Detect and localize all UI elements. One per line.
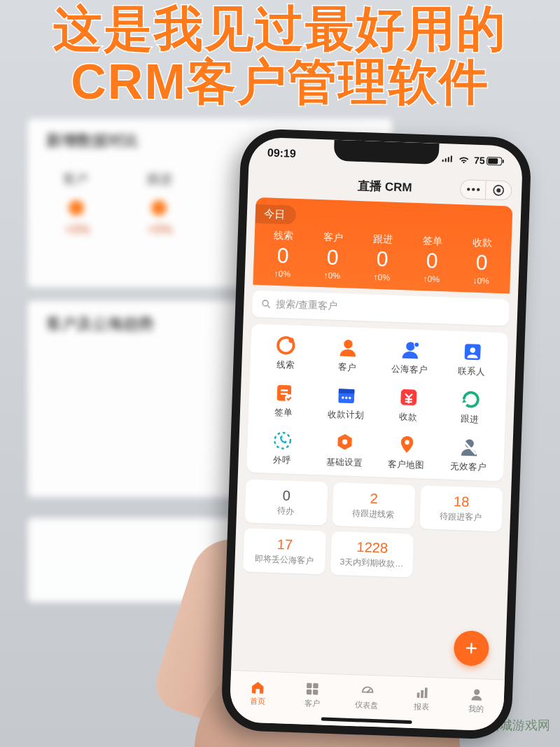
tile-label: 待跟进线索 <box>335 507 412 522</box>
search-icon <box>260 298 272 310</box>
invalid-icon <box>458 436 480 458</box>
stat-0[interactable]: 线索 0 ↑0% <box>258 229 309 279</box>
chart-icon <box>414 685 430 701</box>
feature-leads[interactable]: 线索 <box>254 334 318 372</box>
tile-label: 即将丢公海客户 <box>246 553 323 568</box>
feature-sign[interactable]: 签单 <box>253 382 316 420</box>
ellipsis-icon <box>466 187 480 192</box>
stat-delta: ↑0% <box>357 272 407 283</box>
grid-icon <box>304 681 321 697</box>
summary-tile[interactable]: 17 即将丢公海客户 <box>243 529 326 575</box>
summary-tile[interactable]: 2 待跟进线索 <box>332 482 415 529</box>
svg-rect-35 <box>313 690 318 695</box>
feature-contact[interactable]: 联系人 <box>440 340 504 379</box>
svg-rect-34 <box>307 690 312 695</box>
feature-label: 基础设置 <box>326 456 363 470</box>
stat-value: 0 <box>357 246 407 272</box>
svg-point-13 <box>344 340 353 349</box>
tab-label: 首页 <box>249 696 265 707</box>
stat-label: 跟进 <box>358 232 408 246</box>
stat-2[interactable]: 跟进 0 ↑0% <box>357 232 408 283</box>
summary-tiles-row1: 0 待办2 待跟进线索18 待跟进客户 <box>244 480 503 532</box>
svg-rect-39 <box>421 690 424 698</box>
feature-settings[interactable]: 基础设置 <box>313 431 377 470</box>
feature-label: 线索 <box>276 359 295 372</box>
stat-value: 0 <box>407 248 457 273</box>
tile-value: 0 <box>248 487 325 505</box>
feature-label: 收款 <box>398 411 417 424</box>
tab-dashboard[interactable]: 仪表盘 <box>339 674 395 719</box>
search-placeholder: 搜索/查重客户 <box>276 298 337 313</box>
svg-point-9 <box>262 300 268 306</box>
search-input[interactable]: 搜索/查重客户 <box>252 291 510 326</box>
home-icon <box>250 679 266 695</box>
pool-customer-icon <box>400 339 421 361</box>
summary-tile[interactable]: 1228 3天内到期收款… <box>330 531 414 578</box>
leads-icon <box>275 335 297 356</box>
feature-pool-customer[interactable]: 公海客户 <box>378 338 442 377</box>
feature-customer[interactable]: 客户 <box>316 336 380 375</box>
svg-rect-2 <box>488 158 498 163</box>
svg-rect-3 <box>503 160 504 163</box>
payment-icon <box>398 386 419 408</box>
customer-icon <box>337 337 359 358</box>
tab-user[interactable]: 我的 <box>449 678 505 723</box>
svg-line-10 <box>267 305 270 307</box>
stat-label: 客户 <box>308 230 358 244</box>
signal-icon <box>442 155 454 164</box>
stat-delta: ↑0% <box>307 270 357 281</box>
notch <box>333 140 439 165</box>
stat-1[interactable]: 客户 0 ↑0% <box>307 230 358 281</box>
feature-plan[interactable]: 收款计划 <box>314 384 378 422</box>
more-button[interactable] <box>461 180 486 199</box>
tile-value: 2 <box>335 489 412 508</box>
feature-invalid[interactable]: 无效客户 <box>437 435 500 474</box>
feature-label: 客户地图 <box>388 459 425 472</box>
svg-rect-38 <box>416 692 419 697</box>
tab-label: 仪表盘 <box>355 699 379 711</box>
stat-value: 0 <box>258 243 308 268</box>
feature-grid: 线索 客户 公海客户 联系人 签单 收款计划 收款 跟进 外呼 基础设置 客户地… <box>246 324 508 482</box>
summary-tiles-row2: 17 即将丢公海客户1228 3天内到期收款… <box>243 529 501 581</box>
feature-label: 签单 <box>274 407 293 419</box>
tile-label: 3天内到期收款… <box>333 556 410 571</box>
today-badge[interactable]: 今日 <box>255 204 296 225</box>
summary-tile[interactable]: 18 待跟进客户 <box>419 485 503 531</box>
tab-label: 客户 <box>304 698 321 709</box>
feature-followup[interactable]: 跟进 <box>439 388 503 426</box>
stat-delta: ↑0% <box>258 268 307 279</box>
feature-label: 外呼 <box>273 454 292 467</box>
tile-value: 18 <box>423 492 500 511</box>
tab-grid[interactable]: 客户 <box>284 673 340 718</box>
today-stats-card: 今日 线索 0 ↑0%客户 0 ↑0%跟进 0 ↑0%签单 0 ↑0%收款 0 <box>253 197 512 294</box>
settings-icon <box>334 432 356 454</box>
tile-label: 待跟进客户 <box>423 510 500 524</box>
stat-3[interactable]: 签单 0 ↑0% <box>407 234 458 284</box>
feature-call[interactable]: 外呼 <box>251 429 314 468</box>
summary-tile[interactable]: 0 待办 <box>244 480 328 526</box>
plan-icon <box>336 384 358 406</box>
tab-home[interactable]: 首页 <box>230 671 286 715</box>
user-icon <box>469 687 485 703</box>
add-fab[interactable]: + <box>454 630 490 666</box>
dashboard-icon <box>359 683 375 699</box>
feature-map[interactable]: 客户地图 <box>375 433 439 472</box>
contact-icon <box>461 341 483 363</box>
svg-rect-22 <box>339 389 355 393</box>
target-icon <box>492 184 505 197</box>
stat-delta: ↑0% <box>407 273 456 284</box>
tile-value: 1228 <box>334 538 411 557</box>
tile-value: 17 <box>246 536 323 554</box>
close-button[interactable] <box>486 181 512 200</box>
stat-label: 收款 <box>457 236 507 250</box>
svg-rect-33 <box>313 683 318 689</box>
followup-icon <box>460 389 482 410</box>
call-icon <box>272 430 293 452</box>
stat-value: 0 <box>307 244 358 270</box>
stat-4[interactable]: 收款 0 ↓0% <box>456 236 507 286</box>
svg-point-8 <box>496 188 500 193</box>
tab-chart[interactable]: 报表 <box>393 676 449 721</box>
svg-point-4 <box>467 188 470 191</box>
feature-label: 无效客户 <box>450 461 487 474</box>
feature-payment[interactable]: 收款 <box>377 386 440 424</box>
